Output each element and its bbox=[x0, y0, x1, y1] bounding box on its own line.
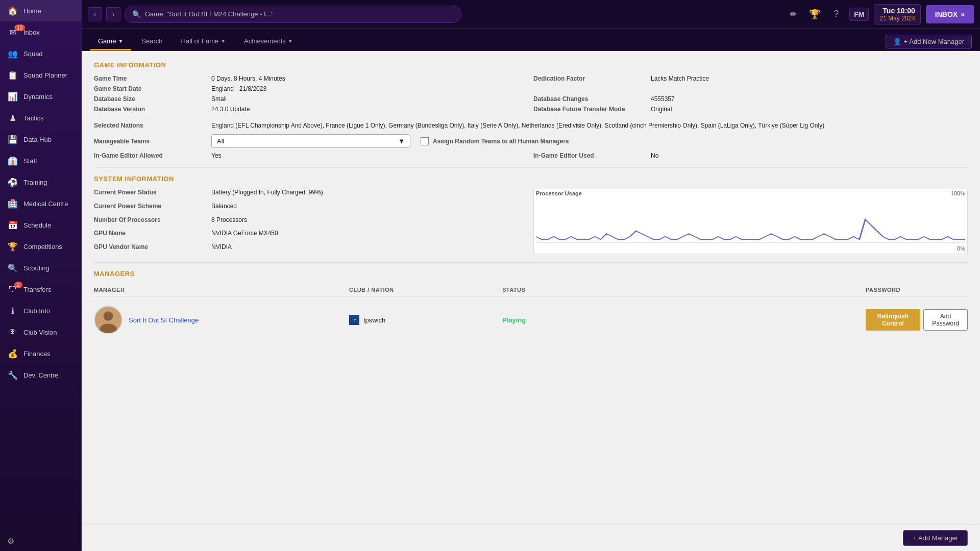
system-info-container: Current Power Status Battery (Plugged In… bbox=[94, 189, 968, 254]
club-cell: IT Ipswich bbox=[349, 315, 502, 325]
training-icon: ⚽ bbox=[7, 177, 18, 188]
relinquish-control-button[interactable]: Relinquish Control bbox=[866, 309, 920, 331]
tab-hall-of-fame-label: Hall of Fame bbox=[181, 37, 219, 45]
tab-achievements[interactable]: Achievements ▼ bbox=[236, 33, 301, 51]
sidebar-item-home[interactable]: 🏠 Home bbox=[0, 0, 81, 21]
inbox-button[interactable]: INBOX » bbox=[926, 5, 974, 23]
tab-game-label: Game bbox=[98, 37, 116, 45]
tactics-icon: ♟ bbox=[7, 112, 18, 123]
date-display: 21 May 2024 bbox=[879, 15, 915, 22]
editor-row: In-Game Editor Allowed Yes In-Game Edito… bbox=[94, 152, 968, 159]
nav-tabs: Game ▼ Search Hall of Fame ▼ Achievement… bbox=[82, 29, 980, 51]
assign-random-label: Assign Random Teams to all Human Manager… bbox=[433, 138, 569, 145]
sidebar-item-staff[interactable]: 👔 Staff bbox=[0, 150, 81, 171]
sidebar-item-finances[interactable]: 💰 Finances bbox=[0, 343, 81, 364]
processor-usage-label: Processor Usage bbox=[536, 190, 582, 196]
status-cell: Playing bbox=[502, 315, 866, 324]
add-new-manager-button[interactable]: 👤 + Add New Manager bbox=[886, 35, 972, 48]
assign-random-row: Assign Random Teams to all Human Manager… bbox=[421, 137, 968, 145]
divider-2 bbox=[94, 262, 968, 263]
add-password-button[interactable]: Add Password bbox=[923, 309, 968, 331]
sidebar-item-data-hub[interactable]: 💾 Data Hub bbox=[0, 129, 81, 150]
add-new-manager-label: + Add New Manager bbox=[904, 38, 964, 45]
trophy-button[interactable]: 🏆 bbox=[806, 6, 823, 22]
datetime-block: Tue 10:00 21 May 2024 bbox=[874, 4, 920, 24]
nations-row: Selected Nations England (EFL Championsh… bbox=[94, 122, 968, 129]
gpu-name-value: NVIDIA GeForce MX450 bbox=[211, 230, 528, 240]
dev-centre-icon: 🔧 bbox=[7, 369, 18, 381]
gpu-vendor-value: NVIDIA bbox=[211, 243, 528, 254]
sidebar-item-inbox[interactable]: ✉ 10 Inbox bbox=[0, 21, 81, 43]
manageable-teams-select[interactable]: All ▼ bbox=[211, 134, 410, 148]
db-future-transfer-label: Database Future Transfer Mode bbox=[533, 106, 646, 113]
assign-random-checkbox[interactable] bbox=[421, 137, 429, 145]
tab-hall-of-fame[interactable]: Hall of Fame ▼ bbox=[173, 33, 234, 51]
sidebar-item-training[interactable]: ⚽ Training bbox=[0, 171, 81, 193]
finances-icon: 💰 bbox=[7, 348, 18, 359]
col-header-manager: MANAGER bbox=[94, 287, 349, 293]
manager-avatar-svg bbox=[95, 306, 121, 334]
sidebar-item-scouting[interactable]: 🔍 Scouting bbox=[0, 257, 81, 279]
sidebar-label-inbox: Inbox bbox=[23, 29, 40, 36]
action-buttons: Relinquish Control Add Password bbox=[866, 309, 968, 331]
staff-icon: 👔 bbox=[7, 155, 18, 166]
sidebar-item-squad-planner[interactable]: 📋 Squad Planner bbox=[0, 64, 81, 86]
selected-nations-label: Selected Nations bbox=[94, 122, 206, 129]
manageable-teams-row: Manageable Teams All ▼ Assign Random Tea… bbox=[94, 134, 968, 148]
chart-top-label: 100% bbox=[951, 190, 965, 196]
bottom-bar: + Add Manager bbox=[82, 524, 980, 551]
sidebar-item-medical-centre[interactable]: 🏥 Medical Centre bbox=[0, 193, 81, 214]
game-info-grid: Game Time 0 Days, 8 Hours, 4 Minutes Ded… bbox=[94, 75, 968, 113]
sidebar-item-club-vision[interactable]: 👁 Club Vision bbox=[0, 321, 81, 343]
sidebar-label-medical-centre: Medical Centre bbox=[23, 200, 68, 208]
sidebar-label-tactics: Tactics bbox=[23, 114, 44, 122]
sidebar: 🏠 Home ✉ 10 Inbox 👥 Squad 📋 Squad Planne… bbox=[0, 0, 82, 551]
sidebar-label-home: Home bbox=[23, 7, 41, 15]
sidebar-item-competitions[interactable]: 🏆 Competitions bbox=[0, 236, 81, 257]
editor-allowed-label: In-Game Editor Allowed bbox=[94, 152, 206, 159]
tab-search[interactable]: Search bbox=[133, 33, 170, 51]
db-size-value: Small bbox=[211, 95, 528, 103]
sidebar-bottom: ⚙ bbox=[0, 531, 81, 551]
tab-hof-arrow: ▼ bbox=[220, 38, 226, 44]
forward-button[interactable]: › bbox=[106, 7, 120, 21]
ipswich-badge-svg: IT bbox=[349, 315, 359, 325]
inbox-chevron-icon: » bbox=[961, 10, 965, 18]
sidebar-item-schedule[interactable]: 📅 Schedule bbox=[0, 214, 81, 236]
num-processors-value: 8 Processors bbox=[211, 216, 528, 227]
sidebar-label-squad-planner: Squad Planner bbox=[23, 71, 67, 79]
search-text: Game: "Sort It Out SI FM24 Challenge - I… bbox=[145, 10, 274, 18]
sidebar-item-dynamics[interactable]: 📊 Dynamics bbox=[0, 86, 81, 107]
sidebar-label-squad: Squad bbox=[23, 50, 43, 58]
sidebar-item-squad[interactable]: 👥 Squad bbox=[0, 43, 81, 64]
sidebar-label-transfers: Transfers bbox=[23, 286, 51, 293]
add-manager-bottom-label: + Add Manager bbox=[913, 534, 958, 542]
edit-button[interactable]: ✏ bbox=[785, 6, 801, 22]
competitions-icon: 🏆 bbox=[7, 241, 18, 252]
editor-used-label: In-Game Editor Used bbox=[533, 152, 646, 159]
back-button[interactable]: ‹ bbox=[88, 7, 102, 21]
game-info-title: GAME INFORMATION bbox=[94, 61, 968, 69]
sidebar-item-transfers[interactable]: 🛡 2 Transfers bbox=[0, 279, 81, 300]
col-header-password: PASSWORD bbox=[866, 287, 968, 293]
settings-icon[interactable]: ⚙ bbox=[7, 537, 14, 545]
editor-used-value: No bbox=[651, 152, 968, 159]
sidebar-item-tactics[interactable]: ♟ Tactics bbox=[0, 107, 81, 129]
add-manager-bottom-button[interactable]: + Add Manager bbox=[903, 530, 968, 546]
topbar-actions: ✏ 🏆 ? FM Tue 10:00 21 May 2024 INBOX » bbox=[785, 4, 974, 24]
transfers-badge: 2 bbox=[14, 282, 22, 288]
tab-game[interactable]: Game ▼ bbox=[90, 33, 131, 51]
game-start-date-label: Game Start Date bbox=[94, 85, 206, 92]
processor-chart-svg bbox=[536, 197, 965, 243]
sidebar-item-club-info[interactable]: ℹ Club Info bbox=[0, 300, 81, 321]
chart-bottom-label: 0% bbox=[957, 245, 965, 252]
gpu-vendor-label: GPU Vendor Name bbox=[94, 243, 206, 254]
search-bar[interactable]: 🔍 Game: "Sort It Out SI FM24 Challenge -… bbox=[125, 6, 461, 23]
squad-planner-icon: 📋 bbox=[7, 69, 18, 81]
sidebar-item-dev-centre[interactable]: 🔧 Dev. Centre bbox=[0, 364, 81, 386]
help-button[interactable]: ? bbox=[828, 6, 844, 22]
game-time-value: 0 Days, 8 Hours, 4 Minutes bbox=[211, 75, 528, 82]
select-chevron-icon: ▼ bbox=[398, 137, 405, 145]
manager-name[interactable]: Sort It Out SI Challenge bbox=[129, 316, 199, 324]
manager-name-cell: Sort It Out SI Challenge bbox=[94, 306, 349, 334]
